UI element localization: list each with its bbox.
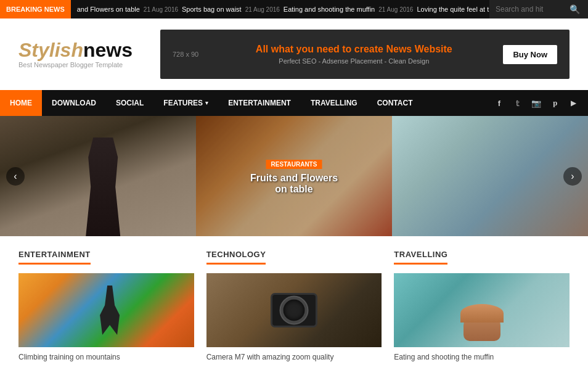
nav-item-entertainment[interactable]: ENTERTAINMENT bbox=[218, 90, 301, 116]
navigation: HOME DOWNLOAD SOCIAL FEATURES ▾ ENTERTAI… bbox=[0, 90, 588, 116]
slide-category: RESTAURANTS bbox=[266, 160, 322, 169]
nav-features-label: FEATURES bbox=[163, 99, 203, 107]
slide-left-image bbox=[0, 116, 196, 236]
breaking-date-2: 21 Aug 2016 bbox=[245, 6, 280, 13]
header: Stylishnews Best Newspaper Blogger Templ… bbox=[0, 18, 588, 90]
instagram-icon[interactable]: 📷 bbox=[531, 99, 542, 108]
search-icon[interactable]: 🔍 bbox=[570, 4, 580, 14]
breaking-title-4: Loving the quite feel at this bbox=[417, 6, 489, 13]
facebook-icon[interactable]: f bbox=[494, 99, 505, 108]
nav-item-features[interactable]: FEATURES ▾ bbox=[153, 90, 218, 116]
section-img-technology[interactable] bbox=[206, 273, 382, 347]
ad-headline-pre: All what you need to create bbox=[256, 44, 386, 54]
section-travelling: TRAVELLING Eating and shooting the muffi… bbox=[388, 249, 576, 363]
logo-text: Stylishnews bbox=[18, 40, 142, 60]
ad-headline: All what you need to create News Website bbox=[205, 44, 503, 55]
nav-item-contact[interactable]: CONTACT bbox=[367, 90, 423, 116]
breaking-item: and Flowers on table 21 Aug 2016 Sports … bbox=[77, 6, 489, 13]
breaking-bar: BREAKING NEWS and Flowers on table 21 Au… bbox=[0, 0, 588, 18]
logo-light: Stylish bbox=[18, 39, 83, 61]
section-entertainment: ENTERTAINMENT Climbing training on mount… bbox=[12, 249, 200, 363]
slide-center-tag: RESTAURANTS Fruits and Flowers on table bbox=[245, 158, 343, 195]
ad-brand: News bbox=[386, 44, 412, 54]
breaking-title-3: Eating and shooting the muffin bbox=[284, 6, 375, 13]
slider: ‹ RESTAURANTS Fruits and Flowers on tabl… bbox=[0, 116, 588, 236]
twitter-icon[interactable]: 𝕥 bbox=[512, 99, 523, 108]
ad-size: 728 x 90 bbox=[173, 51, 198, 58]
nav-item-social[interactable]: SOCIAL bbox=[106, 90, 153, 116]
ad-text: All what you need to create News Website… bbox=[205, 44, 503, 65]
nav-item-download[interactable]: DOWNLOAD bbox=[42, 90, 106, 116]
section-img-travelling[interactable] bbox=[394, 273, 570, 347]
logo-sub: Best Newspaper Blogger Template bbox=[18, 61, 142, 68]
sections-row: ENTERTAINMENT Climbing training on mount… bbox=[0, 236, 588, 363]
logo[interactable]: Stylishnews Best Newspaper Blogger Templ… bbox=[18, 40, 142, 68]
nav-social: f 𝕥 📷 𝐩 ▶ bbox=[484, 98, 588, 108]
search-bar[interactable]: 🔍 bbox=[489, 0, 588, 18]
slide-title: Fruits and Flowers on table bbox=[245, 173, 343, 195]
slide-right bbox=[392, 116, 588, 236]
ad-sub: Perfect SEO - Adsense Placement - Clean … bbox=[205, 57, 503, 65]
breaking-label: BREAKING NEWS bbox=[0, 0, 71, 18]
section-caption-technology: Camera M7 with amazing zoom quality bbox=[206, 352, 382, 363]
section-caption-entertainment: Climbing training on mountains bbox=[18, 352, 194, 363]
pinterest-icon[interactable]: 𝐩 bbox=[549, 98, 560, 108]
section-title-travelling: TRAVELLING bbox=[394, 250, 447, 265]
breaking-title-2: Sports bag on waist bbox=[182, 6, 242, 13]
section-caption-travelling: Eating and shooting the muffin bbox=[394, 352, 570, 363]
breaking-items: and Flowers on table 21 Aug 2016 Sports … bbox=[71, 6, 489, 13]
ad-headline-post: Website bbox=[412, 44, 452, 54]
section-title-technology: TECHNOLOGY bbox=[206, 250, 266, 265]
nav-item-home[interactable]: HOME bbox=[0, 90, 42, 116]
ad-banner: 728 x 90 All what you need to create New… bbox=[160, 30, 570, 79]
search-input[interactable] bbox=[496, 5, 570, 14]
breaking-title-1: and Flowers on table bbox=[77, 6, 140, 13]
section-technology: TECHNOLOGY Camera M7 with amazing zoom q… bbox=[200, 249, 388, 363]
slide-right-image bbox=[392, 116, 588, 236]
breaking-date-3: 21 Aug 2016 bbox=[378, 6, 413, 13]
slide-left bbox=[0, 116, 196, 236]
slider-next-button[interactable]: › bbox=[563, 167, 582, 186]
section-img-entertainment[interactable] bbox=[18, 273, 194, 347]
nav-items: HOME DOWNLOAD SOCIAL FEATURES ▾ ENTERTAI… bbox=[0, 90, 484, 116]
ad-buy-button[interactable]: Buy Now bbox=[503, 45, 557, 64]
chevron-down-icon: ▾ bbox=[205, 100, 208, 106]
breaking-date-1: 21 Aug 2016 bbox=[144, 6, 178, 13]
section-title-entertainment: ENTERTAINMENT bbox=[18, 250, 91, 265]
slide-center: RESTAURANTS Fruits and Flowers on table bbox=[196, 116, 392, 236]
nav-item-travelling[interactable]: TRAVELLING bbox=[301, 90, 367, 116]
slider-prev-button[interactable]: ‹ bbox=[6, 167, 25, 186]
logo-bold: news bbox=[83, 39, 133, 61]
youtube-icon[interactable]: ▶ bbox=[568, 99, 579, 107]
